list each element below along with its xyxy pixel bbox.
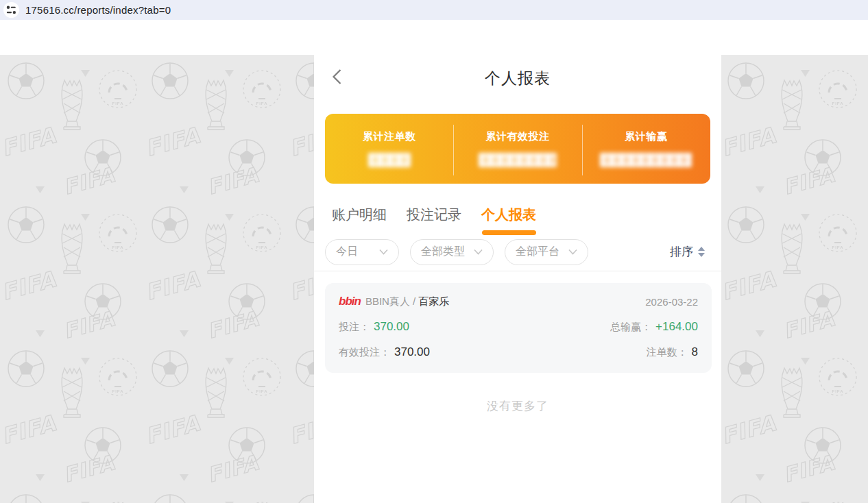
- stat-total-bets: 累计注单数: [325, 114, 453, 184]
- page-title: 个人报表: [314, 55, 721, 89]
- filter-bar: 今日 全部类型 全部平台 排序: [314, 233, 721, 271]
- report-date: 2026-03-22: [645, 296, 698, 308]
- stat-valid-bets: 累计有效投注: [453, 114, 581, 184]
- date-filter-value: 今日: [336, 245, 358, 259]
- app-zone: FIFA FIFA FIFA: [0, 55, 868, 503]
- sort-label: 排序: [670, 244, 693, 260]
- stats-summary-card: 累计注单数 累计有效投注 累计输赢: [325, 114, 710, 184]
- bet-label: 投注：: [339, 321, 370, 334]
- site-settings-button[interactable]: [3, 2, 19, 18]
- report-row-valid: 有效投注： 370.00 注单数： 8: [339, 345, 698, 359]
- count-value: 8: [692, 345, 698, 359]
- valid-bet-label: 有效投注：: [339, 346, 390, 359]
- masked-value: [368, 153, 411, 167]
- winloss-value: +164.00: [655, 320, 698, 334]
- active-tab-underline: [482, 230, 536, 235]
- provider-name: BBIN真人 /: [365, 295, 415, 308]
- browser-address-bar: 175616.cc/reports/index?tab=0: [0, 0, 868, 20]
- stat-winloss: 累计输赢: [582, 114, 710, 184]
- tabs-bar: 账户明细 投注记录 个人报表: [314, 184, 721, 233]
- chevron-down-icon: [379, 249, 388, 255]
- report-row-bet: 投注： 370.00 总输赢： +164.00: [339, 320, 698, 334]
- back-button[interactable]: [332, 69, 344, 85]
- type-filter-dropdown[interactable]: 全部类型: [410, 239, 494, 265]
- no-more-text: 没有更多了: [314, 398, 721, 414]
- app-content-column: 个人报表 累计注单数 累计有效投注 累计输赢 账户明细 投注记录: [314, 55, 721, 503]
- stat-label: 累计有效投注: [485, 130, 549, 143]
- tab-account-details[interactable]: 账户明细: [332, 206, 387, 224]
- stat-label: 累计注单数: [363, 130, 416, 143]
- back-chevron-icon: [332, 69, 342, 85]
- count-label: 注单数：: [647, 346, 688, 359]
- bbin-logo: bbin: [339, 295, 361, 308]
- date-filter-dropdown[interactable]: 今日: [325, 239, 399, 265]
- type-filter-value: 全部类型: [421, 245, 465, 259]
- tab-personal-report[interactable]: 个人报表: [481, 206, 536, 235]
- sort-button[interactable]: 排序: [670, 244, 710, 260]
- masked-value: [600, 153, 692, 167]
- winloss-label: 总输赢：: [610, 321, 651, 334]
- stat-label: 累计输赢: [625, 130, 667, 143]
- platform-filter-value: 全部平台: [516, 245, 559, 259]
- valid-bet-value: 370.00: [394, 345, 430, 359]
- tab-label: 个人报表: [481, 206, 536, 224]
- site-settings-icon: [5, 4, 17, 16]
- platform-filter-dropdown[interactable]: 全部平台: [505, 239, 588, 265]
- url-text[interactable]: 175616.cc/reports/index?tab=0: [25, 4, 171, 16]
- report-row-title: bbin BBIN真人 / 百家乐 2026-03-22: [339, 295, 698, 308]
- page-top-whitespace: [0, 20, 868, 55]
- tab-label: 投注记录: [407, 206, 461, 224]
- report-list-item[interactable]: bbin BBIN真人 / 百家乐 2026-03-22 投注： 370.00 …: [325, 283, 712, 373]
- sort-arrows-icon: [698, 247, 705, 257]
- chevron-down-icon: [568, 249, 577, 255]
- bet-value: 370.00: [374, 320, 409, 334]
- game-name: 百家乐: [418, 295, 449, 308]
- chevron-down-icon: [474, 249, 483, 255]
- tab-bet-records[interactable]: 投注记录: [407, 206, 461, 224]
- tab-label: 账户明细: [332, 206, 387, 224]
- masked-value: [479, 153, 557, 167]
- page-header: 个人报表: [314, 55, 721, 97]
